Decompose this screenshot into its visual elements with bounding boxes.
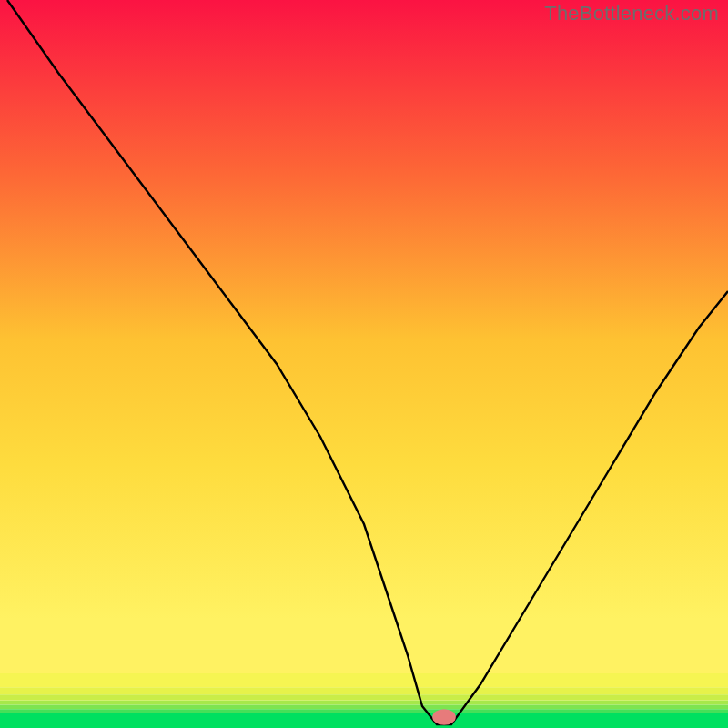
background-band	[0, 709, 728, 713]
bottleneck-chart: TheBottleneck.com	[0, 0, 728, 728]
background-band	[0, 713, 728, 728]
optimal-marker	[432, 709, 456, 725]
background-band	[0, 619, 728, 673]
background-band	[0, 701, 728, 705]
chart-canvas	[0, 0, 728, 728]
background-band	[0, 687, 728, 694]
background-band	[0, 704, 728, 709]
background-band	[0, 673, 728, 687]
background-band	[0, 694, 728, 700]
